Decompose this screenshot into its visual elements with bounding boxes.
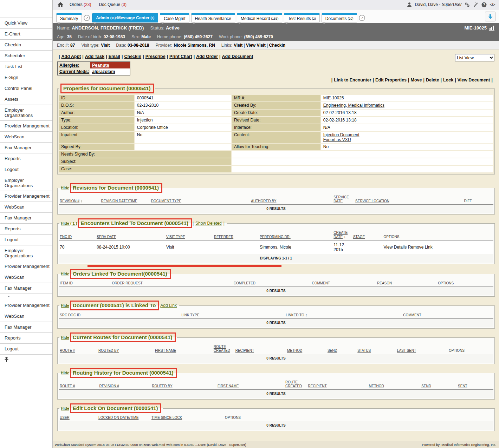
action-checkin[interactable]: Checkin <box>124 54 141 59</box>
tab-health-surveillance[interactable]: Health Surveillance <box>191 13 235 22</box>
med-alprazolam-link[interactable]: alprazolam <box>92 69 115 74</box>
col-header-service-location[interactable]: SERVICE LOCATION <box>354 193 463 205</box>
col-header-sent[interactable]: SENT <box>457 378 493 390</box>
prop-link-engineering-medical-informatics[interactable]: Engineering, Medical Informatics <box>323 103 384 108</box>
col-header-linked-to[interactable]: LINKED TO↑ <box>285 311 402 319</box>
sidebar-item-task-list[interactable]: Task List <box>0 61 52 72</box>
col-header-revision-date-time[interactable]: REVISION DATE/TIME <box>100 193 150 205</box>
sidebar-item-reports[interactable]: Reports <box>0 153 52 164</box>
hide-link-linked[interactable]: Hide <box>61 303 69 308</box>
col-header-method[interactable]: METHOD <box>286 343 326 354</box>
col-header-send[interactable]: SEND <box>420 378 457 390</box>
col-header-visit-type[interactable]: VISIT TYPE <box>165 229 213 241</box>
doc-action-edit-properties[interactable]: Edit Properties <box>375 78 407 83</box>
hide-link-routes[interactable]: Hide <box>61 335 69 340</box>
sidebar-item-logout[interactable]: Logout <box>0 234 52 245</box>
col-header-comment[interactable]: COMMENT <box>311 279 376 287</box>
sidebar-item-quick-view[interactable]: Quick View <box>0 18 52 28</box>
tab-documents-20[interactable]: Documents (20) <box>322 13 357 22</box>
col-header-revision[interactable]: REVISION # <box>98 378 151 390</box>
col-header-route[interactable]: ROUTE # <box>59 378 98 390</box>
sidebar-item-provider-management[interactable]: Provider Management <box>0 261 52 272</box>
hide-link-editlock[interactable]: Hide <box>61 406 69 410</box>
orders-menu-item[interactable]: Orders (23) <box>70 2 91 7</box>
user-menu[interactable]: David, Dave - SuperUser <box>415 2 462 7</box>
action-add-task[interactable]: Add Task <box>85 54 104 59</box>
col-header-route-created[interactable]: ROUTE CREATED <box>213 343 234 354</box>
doc-action-lock[interactable]: Lock <box>443 78 453 83</box>
popout-icon[interactable]: ↗ <box>84 15 90 21</box>
col-header-send[interactable]: SEND <box>326 343 356 354</box>
col-header-enc-id[interactable]: ENC ID <box>59 229 96 241</box>
sidebar-item-e-sign[interactable]: E-Sign <box>0 72 52 83</box>
action-email[interactable]: Email <box>109 54 120 59</box>
action-add-order[interactable]: Add Order <box>196 54 218 59</box>
sidebar-item-provider-management[interactable]: Provider Management <box>0 191 52 202</box>
action-prescribe[interactable]: Prescribe <box>145 54 166 59</box>
col-header-reason[interactable]: REASON <box>376 279 437 287</box>
sidebar-item-control-panel[interactable]: Control Panel <box>0 83 52 94</box>
col-header-order-request[interactable]: ORDER REQUEST <box>111 279 232 287</box>
sidebar-item-webscan[interactable]: WebScan <box>0 131 52 142</box>
col-header-src-doc-id[interactable]: SRC DOC ID <box>59 311 180 319</box>
link-add-link[interactable]: Add Link <box>160 303 177 308</box>
col-header-recipient[interactable]: RECIPIENT <box>307 378 368 390</box>
col-header-performing-dr[interactable]: PERFORMING DR. <box>259 229 332 241</box>
col-header-link-type[interactable]: LINK TYPE <box>180 311 285 319</box>
sidebar-item-reports[interactable]: Reports <box>0 332 52 343</box>
sidebar-item-scheduler[interactable]: Scheduler <box>0 50 52 61</box>
help-icon[interactable]: ? <box>481 2 487 8</box>
enc-link-visit[interactable]: Visit <box>234 43 242 48</box>
hide-link-encounters[interactable]: Hide ( 1 ) <box>61 221 77 225</box>
sidebar-item-reports[interactable]: Reports <box>0 223 52 234</box>
allergy-peanuts-link[interactable]: Peanuts <box>92 63 109 68</box>
prop-link-mie-10025[interactable]: MIE-10025 <box>323 95 344 100</box>
tab-summary[interactable]: Summary <box>56 13 82 22</box>
row-options[interactable]: View Details Remove Link <box>383 241 494 254</box>
col-header-serv-date[interactable]: SERV DATE <box>96 229 165 241</box>
doc-action-link-to-encounter[interactable]: Link to Encounter <box>334 78 371 83</box>
col-header-first-name[interactable]: FIRST NAME <box>154 343 213 354</box>
sidebar-item-blank[interactable]: ~ <box>0 294 52 300</box>
sidebar-item-checkin[interactable]: Checkin <box>0 39 52 50</box>
home-button[interactable] <box>58 2 63 7</box>
col-header-locked-on-date-time[interactable]: LOCKED ON DATE/TIME <box>97 414 150 421</box>
sidebar-item-provider-management[interactable]: Provider Management <box>0 300 52 311</box>
col-header-last-sent[interactable]: LAST SENT <box>396 343 448 354</box>
link-icon[interactable] <box>464 2 470 8</box>
sidebar-item-provider-management[interactable]: Provider Management <box>0 120 52 131</box>
col-header-time-since-lock[interactable]: TIME SINCE LOCK <box>150 414 224 421</box>
action-add-document[interactable]: Add Document <box>222 54 253 59</box>
col-header-method[interactable]: METHOD <box>368 378 420 390</box>
link-show-deleted[interactable]: Show Deleted <box>195 221 222 226</box>
prop-link-injection-document[interactable]: Injection Document <box>323 132 491 137</box>
col-header-recipient[interactable]: RECIPIENT <box>234 343 286 354</box>
col-header-routed-by[interactable]: ROUTED BY <box>151 378 216 390</box>
col-header-referrer[interactable]: REFERRER <box>213 229 259 241</box>
col-header-stage[interactable]: STAGE <box>352 229 383 241</box>
allergies-link[interactable]: Allergies: <box>58 62 90 68</box>
col-header-routed-by[interactable]: ROUTED BY <box>97 343 154 354</box>
enc-link-checkin[interactable]: Checkin <box>269 43 285 48</box>
hide-link-history[interactable]: Hide <box>61 371 69 375</box>
sidebar-item-logout[interactable]: Logout <box>0 343 52 354</box>
wand-icon[interactable] <box>473 2 479 8</box>
col-header-authored-by[interactable]: AUTHORED BY <box>250 193 332 205</box>
sidebar-item-employer-organizations[interactable]: Employer Organizations <box>0 105 52 120</box>
chart-flowsheet-icon[interactable] <box>489 25 495 31</box>
tab-medical-record-156[interactable]: Medical Record (156) <box>237 13 282 22</box>
tab-test-results-2[interactable]: Test Results (2) <box>284 13 319 22</box>
col-header-comment[interactable]: COMMENT <box>402 311 493 319</box>
sidebar-item-assets[interactable]: Assets <box>0 94 52 105</box>
sidebar-item-e-chart[interactable]: E-Chart <box>0 28 52 39</box>
sidebar-item-fax-manager[interactable]: Fax Manager <box>0 212 52 223</box>
tab-case-mgmt[interactable]: Case Mgmt <box>160 13 189 22</box>
prop-link-0000541[interactable]: 0000541 <box>137 95 154 100</box>
col-header-user[interactable]: USER <box>59 414 97 421</box>
col-header-route-created[interactable]: ROUTE CREATED <box>284 378 307 390</box>
action-print-chart[interactable]: Print Chart <box>169 54 192 59</box>
sidebar-item-webscan[interactable]: WebScan <box>0 311 52 322</box>
col-header-first-name[interactable]: FIRST NAME <box>216 378 284 390</box>
view-mode-select[interactable]: List View <box>455 54 494 61</box>
col-header-service-date[interactable]: SERVICE DATE <box>332 193 354 205</box>
